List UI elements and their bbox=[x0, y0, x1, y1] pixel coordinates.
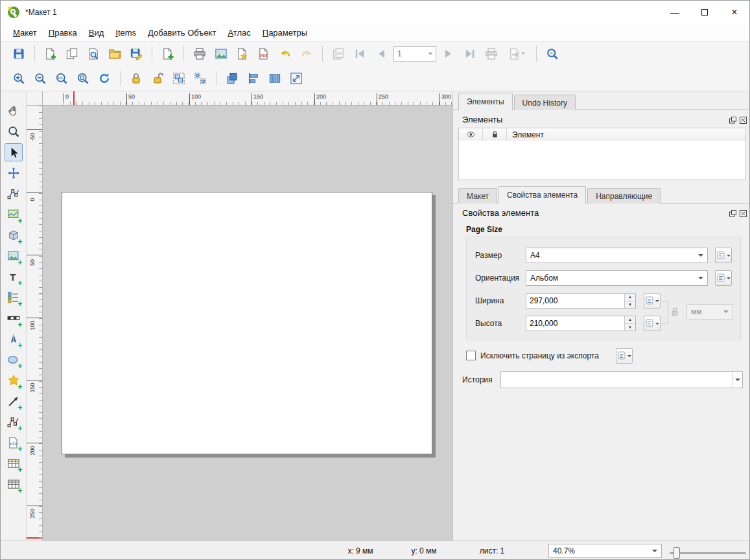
tab-undo-history[interactable]: Undo History bbox=[514, 95, 576, 110]
menu-view[interactable]: Вид bbox=[83, 25, 110, 40]
add-shape-button[interactable]: + bbox=[5, 351, 23, 369]
orientation-data-defined-button[interactable] bbox=[715, 270, 732, 286]
tab-item-properties[interactable]: Свойства элемента bbox=[498, 186, 586, 204]
cursor-y-readout: y: 0 мм bbox=[401, 546, 447, 555]
link-lock-icon[interactable] bbox=[670, 307, 680, 317]
properties-panel-title: Свойства элемента bbox=[462, 208, 539, 218]
menu-atlas[interactable]: Атлас bbox=[222, 25, 256, 40]
resize-items-button[interactable] bbox=[287, 69, 305, 88]
export-svg-button[interactable] bbox=[233, 45, 252, 63]
size-combo[interactable]: A4 bbox=[526, 248, 708, 263]
add-pages-button[interactable] bbox=[159, 45, 177, 63]
layout-manager-button[interactable] bbox=[84, 45, 102, 63]
zoom-tool-button[interactable] bbox=[5, 122, 23, 141]
orientation-combo[interactable]: Альбом bbox=[526, 270, 708, 286]
zoom-out-button[interactable] bbox=[31, 69, 49, 88]
export-pdf-button[interactable]: PDF bbox=[255, 45, 273, 63]
height-spinbox[interactable]: ▲▼ bbox=[526, 316, 636, 331]
maximize-button[interactable] bbox=[690, 1, 720, 24]
group-items-button[interactable] bbox=[170, 69, 188, 88]
close-button[interactable]: × bbox=[720, 1, 749, 24]
zoom-level-combo[interactable]: 40.7% bbox=[548, 544, 662, 558]
add-html-button[interactable]: </>+ bbox=[5, 434, 23, 452]
atlas-page-combo[interactable] bbox=[393, 46, 436, 62]
layout-page[interactable] bbox=[62, 192, 432, 454]
add-scalebar-button[interactable]: + bbox=[5, 309, 23, 327]
exclude-page-checkbox[interactable] bbox=[466, 351, 476, 360]
add-fixed-table-button[interactable]: + bbox=[5, 475, 23, 493]
zoom-full-button[interactable] bbox=[74, 69, 92, 88]
ungroup-items-button[interactable] bbox=[191, 69, 209, 88]
menu-layout[interactable]: Макет bbox=[7, 25, 43, 40]
add-marker-button[interactable]: + bbox=[5, 371, 23, 390]
step-up-icon[interactable]: ▲ bbox=[625, 294, 635, 301]
history-combo[interactable] bbox=[500, 371, 743, 388]
size-data-defined-button[interactable] bbox=[715, 248, 732, 263]
raise-items-button[interactable] bbox=[223, 69, 241, 88]
page-size-group-title: Page Size bbox=[466, 225, 502, 234]
add-3d-map-button[interactable]: + bbox=[5, 226, 23, 244]
width-spinbox[interactable]: ▲▼ bbox=[526, 293, 636, 309]
undo-icon bbox=[279, 47, 292, 60]
step-up-icon[interactable]: ▲ bbox=[625, 316, 635, 323]
edit-nodes-tool-button[interactable] bbox=[5, 185, 23, 203]
align-items-button[interactable] bbox=[244, 69, 263, 88]
close-panel-button[interactable] bbox=[739, 116, 747, 124]
height-data-defined-button[interactable] bbox=[644, 316, 661, 331]
add-arrow-button[interactable]: + bbox=[5, 392, 23, 410]
export-image-button[interactable] bbox=[212, 45, 230, 63]
pan-tool-button[interactable] bbox=[5, 102, 23, 120]
step-down-icon[interactable]: ▼ bbox=[625, 301, 635, 309]
menu-edit[interactable]: Правка bbox=[43, 25, 83, 40]
zoom-in-button[interactable] bbox=[10, 69, 28, 88]
add-node-item-button[interactable]: + bbox=[5, 413, 23, 431]
menu-items[interactable]: Items bbox=[110, 25, 142, 40]
menu-add-item[interactable]: Добавить Объект bbox=[142, 25, 222, 40]
unlock-all-button[interactable] bbox=[148, 69, 167, 88]
add-north-arrow-button[interactable]: + bbox=[5, 330, 23, 348]
lock-items-button[interactable] bbox=[127, 69, 145, 88]
orientation-combo-value: Альбом bbox=[530, 274, 698, 283]
save-project-button[interactable] bbox=[10, 45, 28, 63]
print-button[interactable] bbox=[191, 45, 209, 63]
atlas-settings-button[interactable] bbox=[543, 45, 561, 63]
add-label-button[interactable]: T+ bbox=[5, 268, 23, 286]
tab-items[interactable]: Элементы bbox=[458, 93, 513, 110]
new-layout-button[interactable] bbox=[41, 45, 60, 63]
close-panel-button[interactable] bbox=[739, 209, 747, 218]
zoom-actual-button[interactable]: 1:1 bbox=[53, 69, 71, 88]
tab-guides[interactable]: Направляющие bbox=[587, 188, 661, 204]
width-input[interactable] bbox=[526, 294, 624, 308]
refresh-button[interactable] bbox=[95, 69, 113, 88]
step-down-icon[interactable]: ▼ bbox=[625, 323, 635, 331]
zoom-slider-handle[interactable] bbox=[674, 547, 680, 559]
move-content-tool-button[interactable] bbox=[5, 164, 23, 182]
page-size-group: Размер A4 Ориентация Альбом Ширина ▲▼ Вы… bbox=[466, 237, 741, 340]
units-combo-value: мм bbox=[691, 307, 723, 316]
layout-canvas[interactable] bbox=[43, 106, 452, 541]
add-items-from-template-button[interactable] bbox=[106, 45, 124, 63]
atlas-page-input[interactable] bbox=[394, 49, 428, 58]
add-picture-button[interactable]: + bbox=[5, 247, 23, 265]
minimize-button[interactable]: — bbox=[660, 1, 690, 24]
add-attribute-table-button[interactable]: + bbox=[5, 454, 23, 472]
distribute-items-button[interactable] bbox=[266, 69, 284, 88]
select-move-tool-button[interactable] bbox=[5, 143, 23, 161]
duplicate-layout-button[interactable] bbox=[63, 45, 81, 63]
add-legend-button[interactable]: + bbox=[5, 288, 23, 307]
history-dropdown-button[interactable] bbox=[732, 372, 742, 388]
menu-settings[interactable]: Параметры bbox=[257, 25, 313, 40]
history-input[interactable] bbox=[501, 375, 732, 384]
float-panel-button[interactable] bbox=[729, 116, 737, 124]
height-input[interactable] bbox=[526, 316, 624, 331]
exclude-data-defined-button[interactable] bbox=[616, 348, 633, 364]
zoom-slider-track[interactable] bbox=[670, 552, 746, 554]
undo-button[interactable] bbox=[276, 45, 294, 63]
width-data-defined-button[interactable] bbox=[644, 293, 661, 309]
add-map-button[interactable]: + bbox=[5, 205, 23, 224]
lock-icon bbox=[130, 72, 143, 85]
save-as-template-button[interactable] bbox=[127, 45, 145, 63]
float-panel-button[interactable] bbox=[729, 209, 737, 218]
items-list[interactable] bbox=[458, 141, 746, 180]
tab-layout[interactable]: Макет bbox=[458, 188, 497, 204]
